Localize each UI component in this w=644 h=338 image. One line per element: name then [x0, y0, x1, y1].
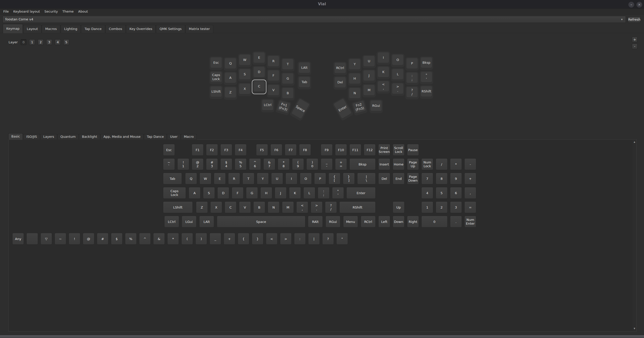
- extra-key-key-23[interactable]: ": [336, 233, 348, 245]
- scroll-down-icon[interactable]: ▼: [633, 327, 636, 330]
- window-bottom-edge: [0, 335, 644, 338]
- key-label: (: [186, 237, 188, 241]
- extra-key-key-7[interactable]: $: [111, 233, 123, 245]
- extra-key-key-17[interactable]: }: [252, 233, 263, 245]
- key-label: Any: [15, 237, 21, 241]
- extra-key-key-22[interactable]: ?: [322, 233, 334, 245]
- key-label: ?: [327, 237, 329, 241]
- extra-key-key-3[interactable]: ~: [55, 233, 66, 245]
- extra-key-any[interactable]: Any: [12, 233, 24, 245]
- vial-window: Vial – ✕ FileKeyboard layoutSecurityThem…: [0, 0, 644, 338]
- tab-label: User: [170, 135, 178, 139]
- picker-tab-backlight[interactable]: Backlight: [79, 134, 100, 140]
- extra-key-key-15[interactable]: +: [224, 233, 235, 245]
- tab-keymap[interactable]: Keymap: [3, 24, 23, 33]
- extra-key-key-2[interactable]: ▽: [41, 233, 52, 245]
- key-label: >: [285, 237, 287, 241]
- picker-extra-row: Any▽~!@#$%^&*()_+{}<>:|?": [0, 0, 644, 338]
- picker-tab-macro[interactable]: Macro: [181, 134, 197, 140]
- picker-tab-user[interactable]: User: [167, 134, 181, 140]
- extra-key-key-9[interactable]: ^: [139, 233, 151, 245]
- key-label: #: [101, 237, 104, 241]
- extra-key-key-18[interactable]: <: [266, 233, 277, 245]
- key-label: ~: [59, 237, 62, 241]
- key-label: ▽: [45, 237, 48, 241]
- extra-key-key-11[interactable]: *: [167, 233, 179, 245]
- key-label: {: [243, 237, 245, 241]
- tab-label: Macro: [184, 135, 194, 139]
- tab-label: Basic: [11, 134, 20, 138]
- key-label: +: [228, 237, 231, 241]
- picker-tab-iso-jis[interactable]: ISO/JIS: [23, 134, 40, 140]
- key-label: $: [116, 237, 118, 241]
- picker-tab-quantum[interactable]: Quantum: [57, 134, 79, 140]
- extra-key-key-19[interactable]: >: [280, 233, 292, 245]
- key-label: }: [257, 237, 259, 241]
- key-label: %: [129, 237, 132, 241]
- tab-label: Backlight: [82, 135, 97, 139]
- picker-tab-layers[interactable]: Layers: [40, 134, 57, 140]
- tab-label: Quantum: [60, 135, 76, 139]
- key-label: ): [200, 237, 202, 241]
- key-label: ^: [144, 237, 146, 241]
- key-label: @: [87, 237, 90, 241]
- picker-scrollbar[interactable]: ▲ ▼: [633, 140, 636, 331]
- extra-key-key-4[interactable]: !: [69, 233, 80, 245]
- picker-tab-tap-dance[interactable]: Tap Dance: [144, 134, 167, 140]
- scroll-up-icon[interactable]: ▲: [633, 140, 636, 144]
- tab-label: ISO/JIS: [26, 135, 37, 139]
- extra-key-key-13[interactable]: ): [195, 233, 207, 245]
- extra-key-key-10[interactable]: &: [153, 233, 165, 245]
- key-label: :: [299, 237, 300, 241]
- key-label: &: [158, 237, 160, 241]
- tab-label: Tap Dance: [147, 135, 164, 139]
- extra-key-key-14[interactable]: _: [210, 233, 221, 245]
- picker-tab-basic[interactable]: Basic: [8, 133, 23, 140]
- extra-key-key-12[interactable]: (: [181, 233, 193, 245]
- extra-key-key-8[interactable]: %: [125, 233, 137, 245]
- extra-key-key-1[interactable]: [26, 233, 38, 245]
- key-label: ": [341, 237, 343, 241]
- picker-tab-bar: BasicISO/JISLayersQuantumBacklightApp, M…: [8, 133, 197, 140]
- key-label: |: [313, 237, 314, 241]
- key-label: _: [215, 237, 216, 241]
- key-label: <: [270, 237, 273, 241]
- extra-key-key-21[interactable]: |: [308, 233, 320, 245]
- extra-key-key-16[interactable]: {: [238, 233, 249, 245]
- tab-label: Keymap: [6, 27, 19, 30]
- extra-key-key-5[interactable]: @: [83, 233, 94, 245]
- picker-tab-app-media-and-mouse[interactable]: App, Media and Mouse: [100, 134, 144, 140]
- extra-key-key-20[interactable]: :: [294, 233, 306, 245]
- tab-label: Layers: [43, 135, 54, 139]
- key-label: !: [74, 237, 75, 241]
- key-label: *: [172, 237, 174, 241]
- extra-key-key-6[interactable]: #: [97, 233, 108, 245]
- tab-label: App, Media and Mouse: [103, 135, 141, 139]
